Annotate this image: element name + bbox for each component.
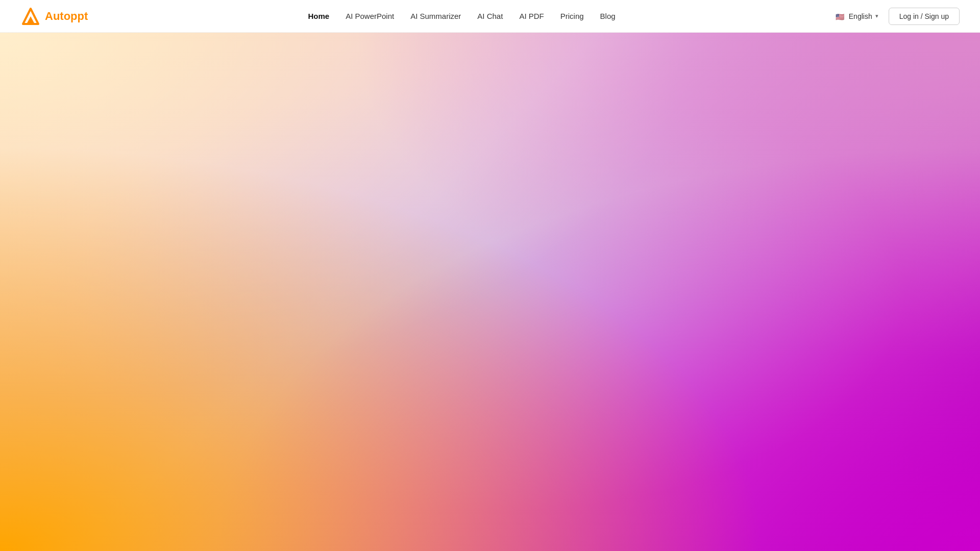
hero-section [0,33,980,551]
nav-item-ai-summarizer[interactable]: AI Summarizer [410,12,461,20]
svg-marker-1 [27,16,35,24]
logo[interactable]: Autoppt [20,6,88,27]
nav-item-ai-chat[interactable]: AI Chat [477,12,503,20]
nav-item-ai-powerpoint[interactable]: AI PowerPoint [346,12,394,20]
header: Autoppt Home AI PowerPoint AI Summarizer… [0,0,980,33]
nav-right: 🇺🇸 English ▾ Log in / Sign up [836,8,960,25]
logo-text: Autoppt [45,10,88,23]
language-label: English [849,12,872,20]
nav-item-blog[interactable]: Blog [600,12,616,20]
login-button[interactable]: Log in / Sign up [889,8,960,25]
nav-item-home[interactable]: Home [308,12,329,20]
chevron-down-icon: ▾ [875,13,878,19]
logo-icon [20,6,41,27]
language-selector[interactable]: 🇺🇸 English ▾ [836,12,878,20]
nav-item-pricing[interactable]: Pricing [560,12,584,20]
flag-icon: 🇺🇸 [836,13,846,20]
main-nav: Home AI PowerPoint AI Summarizer AI Chat… [308,12,615,20]
nav-item-ai-pdf[interactable]: AI PDF [519,12,544,20]
